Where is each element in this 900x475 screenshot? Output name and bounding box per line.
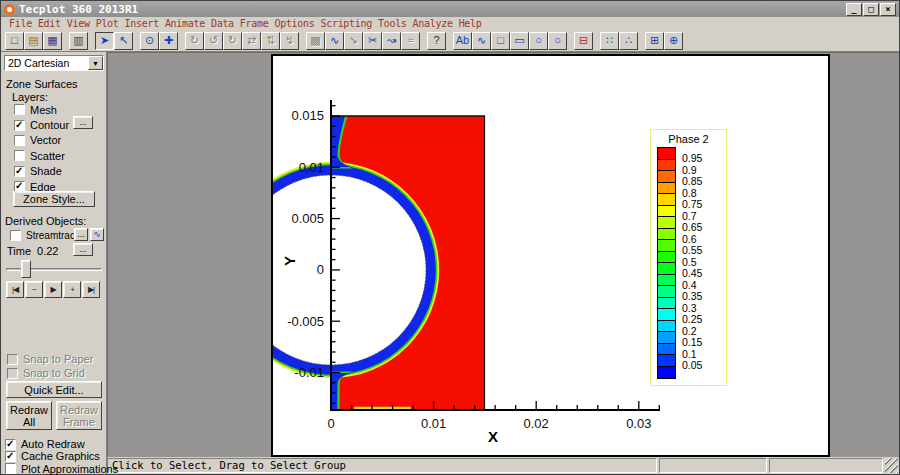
toolbar-button[interactable]: ▭ [510,32,529,50]
redraw-all-button[interactable]: Redraw All [6,401,52,430]
toolbar-button[interactable]: ? [427,32,446,50]
chevron-down-icon[interactable]: ▼ [88,56,103,70]
legend-color-swatch [658,355,675,367]
streamtraces-details-button[interactable]: ... [74,228,88,241]
toolbar-button[interactable]: ⊟ [574,32,593,50]
checkbox-icon [7,368,18,379]
option-label: Cache Graphics [21,450,100,462]
zone-style-button[interactable]: Zone Style... [13,191,95,207]
menu-item[interactable]: File [6,18,35,29]
playback-button[interactable]: + [63,281,81,298]
menu-item[interactable]: Help [456,18,485,29]
toolbar-button[interactable]: □ [491,32,510,50]
checkbox-icon[interactable] [14,120,25,131]
legend-color-swatch [658,298,675,310]
contour-details-button[interactable]: ... [73,116,93,129]
y-tick-label: 0.005 [291,211,324,226]
option-label: Plot Approximations [21,463,118,475]
status-message: Click to Select, Drag to Select Group [107,458,657,473]
toolbar-button[interactable]: ∷ [600,32,619,50]
toolbar-button[interactable]: ⇅ [261,32,280,50]
menu-item[interactable]: Edit [35,18,64,29]
toolbar-button[interactable]: □ [5,32,24,50]
layer-toggle-row[interactable]: Scatter [1,148,106,163]
streamtrace-placement-button[interactable]: ∿ [90,228,104,241]
slider-thumb[interactable] [21,260,31,278]
toolbar-icon: □ [11,35,18,46]
layer-toggle-row[interactable]: Shade [1,164,106,179]
toolbar-button[interactable]: ➘ [344,32,363,50]
menu-item[interactable]: Frame [237,18,272,29]
toolbar-button[interactable]: ○ [548,32,567,50]
toolbar-button[interactable]: ▥ [69,32,88,50]
checkbox-icon[interactable] [14,150,25,161]
window-control-button[interactable]: □ [863,3,879,16]
x-tick-label: 0.02 [524,416,549,431]
contour-legend[interactable]: Phase 2 0.95 0.9 [650,129,727,386]
option-toggle-row[interactable]: Auto Redraw [1,438,106,450]
menu-item[interactable]: View [64,18,93,29]
toolbar-button[interactable]: ▩ [306,32,325,50]
snap-toggle-row: Snap to Paper [1,352,106,366]
menu-item[interactable]: Analyze [410,18,456,29]
window-control-button[interactable]: × [880,3,896,16]
playback-button[interactable]: ▶| [82,281,100,298]
resize-grip-icon[interactable] [885,458,898,473]
toolbar-button[interactable]: ↝ [382,32,401,50]
checkbox-icon[interactable] [10,230,21,241]
toolbar-button[interactable]: ∿ [472,32,491,50]
toolbar-icon: □ [497,35,504,46]
playback-button[interactable]: |◀ [6,281,24,298]
option-toggle-row[interactable]: Cache Graphics [1,450,106,462]
toolbar-button[interactable]: ↖ [114,32,133,50]
playback-button[interactable]: ▶ [44,281,62,298]
toolbar-button[interactable]: ○ [529,32,548,50]
quick-edit-button[interactable]: Quick Edit... [6,381,102,398]
layer-toggle-row[interactable]: Vector [1,133,106,148]
layer-label: Mesh [30,104,57,116]
toolbar-button[interactable]: ↻ [185,32,204,50]
toolbar-button[interactable]: Ab [453,32,472,50]
toolbar-button[interactable]: ⊕ [664,32,683,50]
plot-type-select[interactable]: 2D Cartesian ▼ [4,55,104,71]
toolbar-button[interactable]: ⊙ [140,32,159,50]
time-slider[interactable] [6,260,102,278]
menu-item[interactable]: Scripting [317,18,375,29]
toolbar-icon: ⊙ [145,35,154,46]
toolbar-button[interactable]: ➤ [95,32,114,50]
toolbar-icon: ▦ [47,35,57,46]
toolbar-button[interactable]: ↯ [280,32,299,50]
checkbox-icon[interactable] [14,104,25,115]
menu-item[interactable]: Insert [122,18,162,29]
toolbar-button[interactable]: ↻ [223,32,242,50]
toolbar-button[interactable]: ≈ [401,32,420,50]
checkbox-icon[interactable] [14,135,25,146]
plot-frame[interactable]: 0.015 0.01 0.005 0 -0.005 -0.01 0 0.01 0… [271,54,830,457]
toolbar-button[interactable]: ↺ [204,32,223,50]
menu-item[interactable]: Animate [162,18,208,29]
playback-button[interactable]: − [25,281,43,298]
menu-item[interactable]: Plot [93,18,122,29]
window-control-button[interactable]: _ [846,3,862,16]
toolbar-button[interactable]: ▤ [24,32,43,50]
checkbox-icon[interactable] [14,166,25,177]
menu-item[interactable]: Options [271,18,317,29]
bottom-boundary-smear [354,407,411,409]
checkbox-icon[interactable] [5,463,16,474]
checkbox-icon[interactable] [5,439,16,450]
snap-label: Snap to Grid [23,367,85,379]
toolbar-button[interactable]: ⊞ [645,32,664,50]
menu-item[interactable]: Data [208,18,237,29]
toolbar-button[interactable]: ▦ [43,32,62,50]
toolbar-button[interactable]: ⇄ [242,32,261,50]
toolbar-button[interactable]: ✚ [159,32,178,50]
legend-color-swatch [658,171,675,183]
toolbar-button[interactable]: ∴ [619,32,638,50]
legend-color-swatch [658,160,675,172]
time-details-button[interactable]: ... [73,243,93,256]
menu-item[interactable]: Tools [375,18,410,29]
checkbox-icon[interactable] [5,451,16,462]
option-toggle-row[interactable]: Plot Approximations [1,463,106,475]
toolbar-button[interactable]: ✂ [363,32,382,50]
toolbar-button[interactable]: ∿ [325,32,344,50]
